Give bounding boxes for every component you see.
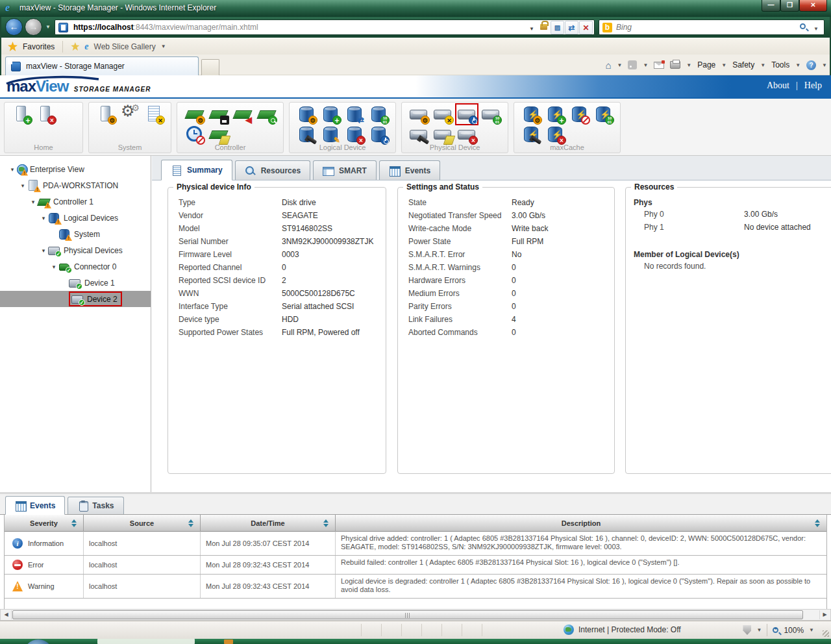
print-icon[interactable] — [670, 61, 680, 69]
compatibility-view-button[interactable]: ▨ — [551, 21, 564, 34]
initialize-device-icon[interactable]: ✕ — [432, 105, 453, 124]
locate-device-icon[interactable] — [408, 125, 429, 144]
expand-arrow-icon[interactable]: ▾ — [8, 166, 17, 173]
favorites-label[interactable]: Favorites — [23, 42, 55, 51]
modify-logical-device-icon[interactable]: ✎ — [320, 125, 341, 144]
tab-smart[interactable]: SMART — [313, 160, 377, 180]
stop-button[interactable]: ✕ — [579, 21, 593, 34]
controller-settings-icon[interactable]: ⚙ — [184, 105, 205, 124]
locate-logical-device-icon[interactable] — [296, 125, 317, 144]
scroll-left-arrow[interactable]: ◀ — [1, 610, 12, 619]
tree-item-system[interactable]: !System — [0, 226, 151, 242]
bottom-tab-events[interactable]: Events — [5, 496, 65, 515]
maxcache-settings-icon[interactable]: ⚙ — [521, 105, 541, 124]
tree-item-logical-devices[interactable]: ▾!Logical Devices — [0, 210, 151, 226]
import-configuration-icon[interactable]: ◀ — [232, 105, 253, 124]
add-favorite-icon[interactable] — [71, 42, 79, 51]
add-system-icon[interactable]: + — [11, 105, 32, 124]
tree-item-controller-1[interactable]: ▾!Controller 1 — [0, 193, 151, 210]
column-header-date-time[interactable]: Date/Time — [201, 515, 336, 532]
help-link[interactable]: Help — [804, 80, 822, 91]
tree-item-device-2[interactable]: ✓Device 2 — [0, 291, 151, 307]
help-icon[interactable]: ? — [806, 60, 816, 70]
expand-arrow-icon[interactable]: ▾ — [39, 215, 48, 221]
security-lock-icon[interactable] — [540, 24, 547, 30]
secure-erase-logical-icon[interactable]: 10 — [368, 105, 389, 124]
create-logical-device-icon[interactable]: + — [320, 105, 341, 124]
secure-erase-device-icon[interactable]: 10 — [480, 105, 501, 124]
force-online-icon[interactable] — [368, 125, 389, 144]
about-link[interactable]: About — [767, 80, 789, 91]
secure-erase-maxcache-icon[interactable]: 10 — [593, 105, 614, 124]
web-slice-icon[interactable]: e — [84, 42, 88, 51]
agent-settings-icon[interactable] — [119, 105, 140, 124]
scroll-right-arrow[interactable]: ▶ — [819, 610, 830, 619]
event-row[interactable]: ErrorlocalhostMon Jul 28 09:32:43 CEST 2… — [5, 556, 826, 575]
delete-logical-device-icon[interactable]: × — [344, 125, 365, 144]
silence-alarm-icon[interactable] — [184, 125, 205, 144]
tree-item-physical-devices[interactable]: ▾✓Physical Devices — [0, 242, 151, 258]
delete-system-icon[interactable]: × — [35, 105, 56, 124]
event-row[interactable]: WarninglocalhostMon Jul 28 09:32:43 CEST… — [5, 575, 826, 599]
home-icon[interactable]: ⌂ — [605, 60, 611, 71]
tab-summary[interactable]: Summary — [161, 160, 232, 180]
rescan-controller-icon[interactable] — [256, 105, 277, 124]
search-input[interactable] — [616, 21, 791, 33]
logical-settings-icon[interactable]: ⚙ — [296, 105, 317, 124]
uninitialize-device-icon[interactable] — [432, 125, 453, 144]
tools-menu[interactable]: Tools — [771, 60, 789, 69]
locate-maxcache-icon[interactable] — [521, 125, 541, 144]
sort-icon[interactable] — [323, 519, 329, 527]
column-header-description[interactable]: Description — [336, 515, 826, 532]
physical-settings-icon[interactable]: ⚙ — [408, 105, 429, 124]
force-offline-icon[interactable]: × — [456, 125, 477, 144]
clear-logs-icon[interactable]: ✕ — [143, 105, 164, 124]
zoom-icon[interactable] — [773, 627, 778, 633]
expand-arrow-icon[interactable]: ▾ — [49, 264, 58, 270]
refresh-button[interactable]: ⇄ — [565, 21, 578, 34]
protected-mode-icon[interactable] — [743, 625, 751, 635]
web-slice-chevron[interactable]: ▼ — [161, 43, 166, 49]
start-orb[interactable] — [23, 639, 53, 644]
favorites-star-icon[interactable] — [8, 42, 18, 51]
bottom-tab-tasks[interactable]: Tasks — [68, 497, 123, 514]
migrate-logical-device-icon[interactable]: ⇄ — [344, 105, 365, 124]
column-header-source[interactable]: Source — [84, 515, 201, 532]
zoom-level[interactable]: 100% — [784, 626, 804, 635]
sort-icon[interactable] — [188, 519, 193, 527]
tree-item-connector-0[interactable]: ▾✓Connector 0 — [0, 258, 151, 275]
resize-grip[interactable] — [823, 630, 829, 637]
tree-item-enterprise-view[interactable]: ▾!Enterprise View — [0, 161, 151, 177]
column-header-severity[interactable]: Severity — [5, 515, 84, 532]
recent-pages-chevron[interactable]: ▼ — [45, 24, 51, 30]
scrollbar-thumb[interactable] — [12, 610, 803, 619]
delete-maxcache-icon[interactable]: × — [545, 125, 565, 144]
taskbar-icon[interactable] — [224, 639, 233, 644]
browser-tab[interactable]: maxView - Storage Manager — [5, 56, 199, 75]
horizontal-scrollbar[interactable]: ◀ ▶ — [0, 609, 831, 621]
close-button[interactable]: ✕ — [799, 0, 827, 12]
forward-button[interactable]: → — [25, 18, 42, 36]
search-dropdown-chevron[interactable]: ▼ — [813, 26, 819, 32]
url-field[interactable]: https://localhost:8443/maxview/manager/m… — [55, 19, 595, 35]
create-maxcache-icon[interactable]: + — [545, 105, 565, 124]
tree-item-device-1[interactable]: ✓Device 1 — [0, 275, 151, 291]
expand-arrow-icon[interactable]: ▾ — [18, 182, 27, 189]
back-button[interactable]: ← — [5, 18, 23, 36]
tab-events[interactable]: Events — [379, 160, 440, 180]
feeds-icon[interactable] — [628, 60, 637, 69]
sort-icon[interactable] — [71, 519, 77, 527]
search-box[interactable]: b ▼ — [599, 19, 825, 35]
tab-resources[interactable]: Resources — [235, 160, 310, 180]
safety-menu[interactable]: Safety — [732, 60, 754, 69]
system-settings-icon[interactable]: ⚙ — [95, 105, 116, 124]
mail-icon[interactable] — [654, 62, 664, 69]
tree-item-pda-workstation[interactable]: ▾!PDA-WORKSTATION — [0, 177, 151, 193]
erase-configuration-icon[interactable] — [208, 125, 229, 144]
save-configuration-icon[interactable] — [208, 105, 229, 124]
search-icon[interactable] — [800, 23, 806, 29]
disable-maxcache-icon[interactable] — [569, 105, 589, 124]
new-tab-button[interactable] — [201, 59, 219, 75]
page-menu[interactable]: Page — [697, 60, 715, 69]
minimize-button[interactable]: — — [762, 0, 780, 12]
